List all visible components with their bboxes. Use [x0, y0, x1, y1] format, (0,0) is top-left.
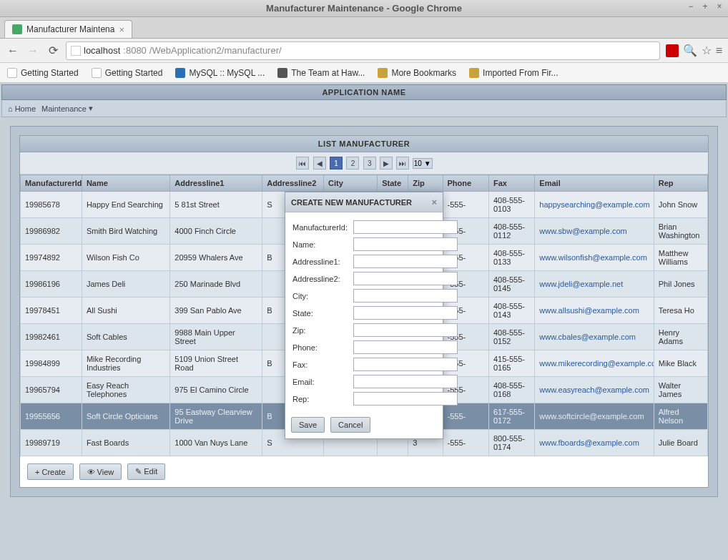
col-addressline2[interactable]: Addressline2	[262, 175, 324, 192]
button-bar: + Create 👁 View ✎ Edit	[20, 456, 708, 487]
browser-tab[interactable]: Manufacturer Maintena ×	[4, 20, 132, 38]
back-icon[interactable]: ←	[6, 44, 20, 58]
view-button[interactable]: 👁 View	[79, 463, 122, 480]
input-rep[interactable]	[353, 392, 458, 406]
close-window-icon[interactable]: ×	[714, 1, 725, 13]
email-link[interactable]: www.wilsonfish@example.com	[539, 253, 647, 262]
extension-icon[interactable]	[666, 44, 679, 57]
email-link[interactable]: www.jdeli@example.net	[539, 280, 623, 288]
col-fax[interactable]: Fax	[488, 175, 534, 192]
col-city[interactable]: City	[324, 175, 378, 192]
bookmark-item[interactable]: The Team at Haw...	[277, 68, 365, 78]
col-addressline1[interactable]: Addressline1	[170, 175, 262, 192]
minimize-icon[interactable]: −	[685, 1, 697, 13]
pager-rows-select[interactable]: 10 ▼	[413, 158, 433, 169]
hamburger-menu-icon[interactable]: ≡	[716, 44, 722, 57]
pager-page-1[interactable]: 1	[330, 157, 343, 170]
zoom-icon[interactable]: 🔍	[683, 44, 697, 57]
tab-close-icon[interactable]: ×	[119, 25, 124, 34]
table-cell: Smith Bird Watching	[82, 218, 169, 245]
table-cell: Wilson Fish Co	[82, 245, 169, 271]
pager-first-icon[interactable]: ⏮	[296, 157, 309, 170]
table-cell: 4000 Finch Circle	[170, 218, 262, 245]
table-cell: www.wilsonfish@example.com	[535, 245, 654, 271]
col-zip[interactable]: Zip	[408, 175, 443, 192]
save-button[interactable]: Save	[291, 417, 325, 433]
table-cell: 20959 Whalers Ave	[170, 245, 262, 271]
table-cell: John Snow	[654, 192, 707, 218]
cancel-button[interactable]: Cancel	[330, 417, 370, 433]
dialog-title: CREATE NEW MANUFACTURER	[291, 198, 412, 207]
table-cell: happysearching@example.com	[535, 192, 654, 218]
table-cell: Mike Recording Industries	[82, 350, 169, 377]
table-cell: Matthew Williams	[654, 245, 707, 271]
label-email: Email:	[292, 378, 353, 386]
bookmark-star-icon[interactable]: ☆	[702, 44, 712, 57]
table-cell: 408-555-0143	[488, 298, 534, 324]
input-state[interactable]	[353, 306, 458, 320]
input-addressline1[interactable]	[353, 255, 458, 268]
label-phone: Phone:	[292, 343, 353, 352]
email-link[interactable]: www.allsushi@example.com	[539, 306, 639, 315]
table-cell: 9988 Main Upper Street	[170, 324, 262, 350]
table-cell: www.jdeli@example.net	[535, 271, 654, 298]
forward-icon[interactable]: →	[26, 44, 40, 58]
email-link[interactable]: happysearching@example.com	[539, 200, 649, 209]
table-cell: www.sbw@example.com	[535, 218, 654, 245]
input-phone[interactable]	[353, 340, 458, 354]
col-name[interactable]: Name	[82, 175, 169, 192]
bookmark-item[interactable]: Getting Started	[7, 68, 79, 78]
table-cell: James Deli	[82, 271, 169, 298]
maximize-icon[interactable]: +	[699, 1, 711, 13]
pager-last-icon[interactable]: ⏭	[396, 157, 409, 170]
bookmark-item[interactable]: More Bookmarks	[378, 68, 456, 78]
table-cell: 19978451	[21, 298, 82, 324]
pager-prev-icon[interactable]: ◀	[313, 157, 326, 170]
input-zip[interactable]	[353, 323, 458, 337]
bookmark-item[interactable]: Imported From Fir...	[469, 68, 558, 78]
table-cell: www.easyreach@example.com	[535, 377, 654, 403]
breadcrumb-maintenance[interactable]: Maintenance ▾	[41, 104, 93, 113]
input-email[interactable]	[353, 375, 458, 388]
email-link[interactable]: www.softcircle@example.com	[539, 412, 644, 421]
table-cell: 408-555-0145	[488, 271, 534, 298]
col-rep[interactable]: Rep	[654, 175, 707, 192]
email-link[interactable]: www.fboards@example.com	[539, 438, 639, 447]
col-email[interactable]: Email	[535, 175, 654, 192]
dialog-header[interactable]: CREATE NEW MANUFACTURER ×	[285, 192, 443, 212]
col-phone[interactable]: Phone	[443, 175, 488, 192]
reload-icon[interactable]: ⟳	[46, 44, 60, 58]
email-link[interactable]: www.easyreach@example.com	[539, 385, 649, 394]
email-link[interactable]: www.sbw@example.com	[539, 227, 626, 235]
pager-page-3[interactable]: 3	[363, 157, 376, 170]
table-cell: 399 San Pablo Ave	[170, 298, 262, 324]
col-manufacturerid[interactable]: ManufacturerId	[21, 175, 82, 192]
input-addressline2[interactable]	[353, 272, 458, 285]
table-cell: Happy End Searching	[82, 192, 169, 218]
input-name[interactable]	[353, 237, 458, 251]
label-addressline1: Addressline1:	[292, 257, 353, 266]
favicon-icon	[12, 24, 22, 34]
window-title: Manufacturer Maintenance - Google Chrome	[266, 3, 462, 14]
input-fax[interactable]	[353, 358, 458, 371]
email-link[interactable]: www.cbales@example.com	[539, 333, 636, 341]
pager-page-2[interactable]: 2	[346, 157, 359, 170]
url-bar[interactable]: localhost:8080/WebApplication2/manufactu…	[66, 41, 660, 60]
table-cell: 19974892	[21, 245, 82, 271]
url-path: /WebApplication2/manufacturer/	[149, 45, 282, 56]
bookmark-item[interactable]: MySQL :: MySQL ...	[175, 68, 265, 78]
table-header-row: ManufacturerId Name Addressline1 Address…	[21, 175, 708, 192]
pager-next-icon[interactable]: ▶	[380, 157, 393, 170]
create-button[interactable]: + Create	[27, 463, 74, 480]
edit-button[interactable]: ✎ Edit	[127, 463, 165, 480]
col-state[interactable]: State	[378, 175, 408, 192]
input-manufacturerid[interactable]	[353, 220, 458, 234]
label-city: City:	[292, 292, 353, 300]
breadcrumb-home[interactable]: ⌂ Home	[8, 104, 36, 113]
input-city[interactable]	[353, 289, 458, 303]
dialog-close-icon[interactable]: ×	[431, 197, 437, 207]
bookmark-item[interactable]: Getting Started	[92, 68, 163, 78]
email-link[interactable]: www.mikerecording@example.com	[539, 359, 654, 368]
table-cell: 408-555-0103	[488, 192, 534, 218]
doc-icon	[92, 68, 102, 78]
